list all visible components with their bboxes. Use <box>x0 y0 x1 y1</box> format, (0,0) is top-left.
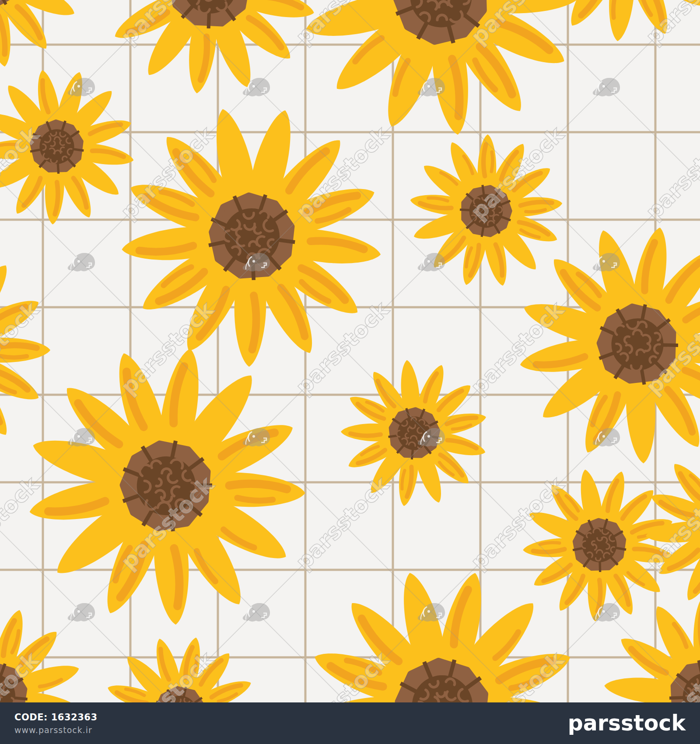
footer-info: CODE: 1632363 www.parsstock.ir <box>14 712 98 735</box>
sunflower-pattern: parsstockparsstockparsstockparsstockpars… <box>0 0 700 702</box>
stock-image-preview: parsstockparsstockparsstockparsstockpars… <box>0 0 700 744</box>
footer-bar: CODE: 1632363 www.parsstock.ir parsstock <box>0 702 700 744</box>
sunflower-pattern-svg: parsstockparsstockparsstockparsstockpars… <box>0 0 700 702</box>
image-code-label: CODE: 1632363 <box>14 712 98 723</box>
parsstock-logo: parsstock <box>568 712 686 734</box>
website-url: www.parsstock.ir <box>14 725 98 735</box>
